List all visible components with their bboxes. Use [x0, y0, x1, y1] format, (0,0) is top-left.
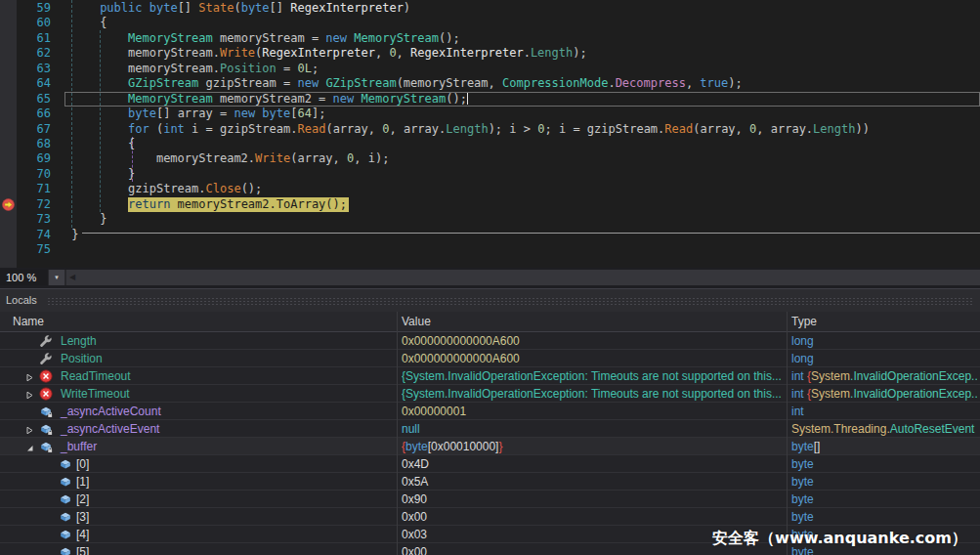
- expand-arrow-icon[interactable]: [25, 371, 34, 380]
- zoom-level-select[interactable]: 100 %: [0, 270, 48, 285]
- text-cursor: [467, 93, 468, 105]
- variable-name: Length: [61, 334, 97, 348]
- line-number: 75: [17, 242, 51, 257]
- line-number: 66: [17, 107, 51, 121]
- code-line-67[interactable]: 67 for (int i = gzipStream.Read(array, 0…: [0, 122, 980, 137]
- code-text: public byte[] State(byte[] RegexInterpre…: [64, 1, 410, 16]
- locals-panel-title: Locals: [6, 294, 37, 306]
- column-header-name: Name: [13, 315, 44, 328]
- code-line-68[interactable]: 68 {: [0, 137, 980, 151]
- variable-value[interactable]: 0x000000000000A600: [402, 334, 785, 348]
- code-text: byte[] array = new byte[64];: [64, 107, 325, 121]
- locals-row-0[interactable]: [0]0x4Dbyte: [0, 455, 980, 473]
- locals-column-headers: Name Value Type: [0, 312, 980, 332]
- zoom-dropdown-button[interactable]: ▼: [49, 270, 64, 285]
- variable-type: int {System.InvalidOperationExcep...: [791, 387, 977, 401]
- locals-row-ReadTimeout[interactable]: ReadTimeout{System.InvalidOperationExcep…: [0, 367, 980, 385]
- variable-value[interactable]: null: [402, 422, 785, 436]
- variable-value[interactable]: {System.InvalidOperationException: Timeo…: [402, 369, 785, 383]
- line-number: 68: [17, 137, 51, 151]
- variable-value[interactable]: 0x00: [402, 510, 785, 524]
- expand-arrow-icon[interactable]: [25, 424, 34, 433]
- code-text: }: [64, 212, 107, 227]
- variable-value[interactable]: 0x000000000000A600: [402, 352, 785, 365]
- variable-value[interactable]: 0x5A: [402, 475, 785, 489]
- code-line-70[interactable]: 70 }: [0, 167, 980, 182]
- code-line-73[interactable]: 73 }: [0, 212, 980, 227]
- method-separator-line: [82, 233, 980, 234]
- locals-row-Position[interactable]: Position0x000000000000A600long: [0, 350, 980, 367]
- column-header-value: Value: [402, 315, 431, 328]
- column-separator[interactable]: [787, 312, 788, 555]
- wrench-icon: [39, 334, 53, 348]
- variable-value[interactable]: 0x00000001: [402, 405, 785, 418]
- code-line-69[interactable]: 69 memoryStream2.Write(array, 0, i);: [0, 151, 980, 166]
- code-text: return memoryStream2.ToArray();: [64, 197, 349, 212]
- field-private-icon: [39, 405, 53, 418]
- locals-row-_asyncActiveEvent[interactable]: _asyncActiveEventnullSystem.Threading.Au…: [0, 420, 980, 438]
- column-separator[interactable]: [397, 312, 398, 555]
- variable-type: byte: [791, 492, 977, 506]
- locals-row-_buffer[interactable]: _buffer{byte[0x00010000]}byte[]: [0, 438, 980, 455]
- code-text: GZipStream gzipStream = new GZipStream(m…: [64, 76, 743, 91]
- variable-name: _asyncActiveCount: [61, 405, 161, 418]
- variable-value[interactable]: {byte[0x00010000]}: [402, 440, 785, 453]
- code-line-75[interactable]: 75: [0, 242, 980, 257]
- line-number: 73: [17, 212, 51, 227]
- locals-panel: Locals Name Value Type Length0x000000000…: [0, 288, 980, 555]
- field-private-icon: [39, 440, 53, 453]
- code-text: for (int i = gzipStream.Read(array, 0, a…: [64, 122, 870, 137]
- code-text: MemoryStream memoryStream2 = new MemoryS…: [64, 92, 468, 107]
- locals-row-_asyncActiveCount[interactable]: _asyncActiveCount0x00000001int: [0, 403, 980, 420]
- field-icon: [59, 545, 72, 555]
- locals-panel-title-bar[interactable]: Locals: [0, 289, 980, 312]
- variable-name: [0]: [76, 457, 89, 471]
- code-line-60[interactable]: 60 {: [0, 16, 980, 30]
- code-line-66[interactable]: 66 byte[] array = new byte[64];: [0, 107, 980, 121]
- field-icon: [59, 457, 72, 471]
- code-text: memoryStream.Write(RegexInterpreter, 0, …: [64, 46, 587, 61]
- variable-type: byte: [791, 457, 977, 471]
- code-text: memoryStream.Position = 0L;: [64, 62, 319, 76]
- variable-type: int: [791, 405, 977, 418]
- expand-arrow-icon[interactable]: [25, 389, 34, 398]
- code-text: gzipStream.Close();: [64, 182, 262, 196]
- scroll-left-arrow-icon[interactable]: ◀: [69, 270, 75, 285]
- code-line-62[interactable]: 62 memoryStream.Write(RegexInterpreter, …: [0, 46, 980, 61]
- locals-row-WriteTimeout[interactable]: WriteTimeout{System.InvalidOperationExce…: [0, 385, 980, 403]
- variable-type: byte[]: [791, 440, 977, 453]
- locals-row-Length[interactable]: Length0x000000000000A600long: [0, 332, 980, 350]
- variable-name: Position: [61, 352, 103, 365]
- line-number: 59: [17, 1, 51, 16]
- field-icon: [59, 528, 72, 541]
- breakpoint-current-statement-icon[interactable]: [2, 197, 15, 210]
- variable-name: [2]: [76, 492, 89, 506]
- code-line-64[interactable]: 64 GZipStream gzipStream = new GZipStrea…: [0, 76, 980, 91]
- variable-type: System.Threading.AutoResetEvent: [791, 422, 977, 436]
- code-text: {: [64, 137, 135, 151]
- line-number: 71: [17, 182, 51, 196]
- code-text: memoryStream2.Write(array, 0, i);: [64, 151, 389, 166]
- collapse-arrow-icon[interactable]: [25, 442, 34, 450]
- code-line-74[interactable]: 74 }: [0, 228, 980, 242]
- variable-value[interactable]: 0x4D: [402, 457, 785, 471]
- variable-value[interactable]: 0x90: [402, 492, 785, 506]
- code-line-72[interactable]: 72 return memoryStream2.ToArray();: [0, 197, 980, 212]
- variable-name: _buffer: [61, 440, 97, 453]
- line-number: 70: [17, 167, 51, 182]
- code-line-65[interactable]: 65 MemoryStream memoryStream2 = new Memo…: [0, 92, 980, 107]
- variable-name: WriteTimeout: [61, 387, 130, 401]
- code-line-59[interactable]: 59 public byte[] State(byte[] RegexInter…: [0, 1, 980, 16]
- code-line-61[interactable]: 61 MemoryStream memoryStream = new Memor…: [0, 31, 980, 46]
- current-statement-highlight: return memoryStream2.ToArray();: [128, 197, 349, 212]
- editor-bottom-bar: 100 % ▼ ◀: [0, 270, 980, 285]
- locals-row-1[interactable]: [1]0x5Abyte: [0, 473, 980, 491]
- code-editor[interactable]: 59 public byte[] State(byte[] RegexInter…: [0, 0, 980, 268]
- zoom-level-value: 100 %: [6, 272, 36, 283]
- horizontal-scrollbar[interactable]: ◀: [66, 270, 980, 285]
- variable-value[interactable]: {System.InvalidOperationException: Timeo…: [402, 387, 785, 401]
- code-line-71[interactable]: 71 gzipStream.Close();: [0, 182, 980, 196]
- code-line-63[interactable]: 63 memoryStream.Position = 0L;: [0, 62, 980, 76]
- locals-row-3[interactable]: [3]0x00byte: [0, 508, 980, 526]
- locals-row-2[interactable]: [2]0x90byte: [0, 491, 980, 508]
